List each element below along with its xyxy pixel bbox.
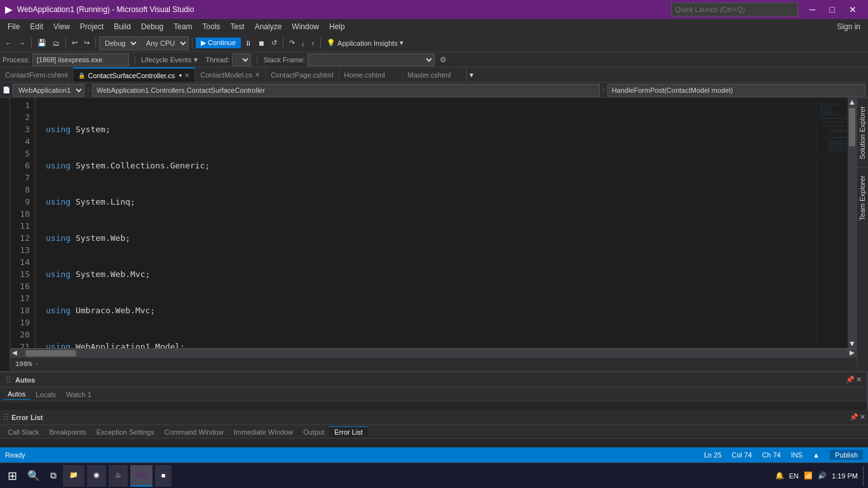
code-editor[interactable]: 1 2 3 4 ●5 6 7 8 9 10 ●11 12 ●13 14 15 1… — [10, 98, 857, 371]
error-grip: ⠿ — [3, 412, 9, 423]
redo-btn[interactable]: ↪ — [81, 37, 92, 48]
start-btn[interactable]: ⊞ — [3, 466, 22, 485]
cpu-config-dropdown[interactable]: Any CPU — [140, 36, 189, 50]
team-explorer-tab[interactable]: Team Explorer — [857, 167, 868, 228]
pause-btn[interactable]: ⏸ — [242, 38, 254, 48]
scroll-up-btn[interactable]: ▲ — [850, 98, 855, 107]
error-pin-btn[interactable]: 📌 — [850, 413, 858, 421]
tab-locals[interactable]: Locals — [31, 390, 61, 400]
menu-project[interactable]: Project — [75, 21, 109, 32]
quick-launch-input[interactable] — [671, 3, 798, 17]
save-btn[interactable]: 💾 — [35, 37, 49, 48]
autos-controls: 📌 ✕ — [846, 376, 862, 384]
tab-home[interactable]: Home.cshtml — [339, 67, 403, 82]
code-content[interactable]: using System; using System.Collections.G… — [36, 98, 816, 348]
process-input[interactable] — [32, 53, 129, 66]
scroll-left-btn[interactable]: ◀ — [10, 349, 19, 357]
vertical-scrollbar[interactable]: ▲ ▼ — [848, 98, 857, 348]
debug-config-dropdown[interactable]: Debug — [99, 36, 139, 50]
menu-debug[interactable]: Debug — [136, 21, 168, 32]
code-line-4: using System.Web; — [46, 232, 816, 244]
tab-call-stack[interactable]: Call Stack — [3, 427, 44, 437]
menu-bar: File Edit View Project Build Debug Team … — [0, 19, 868, 34]
publish-btn[interactable]: Publish — [830, 450, 863, 460]
step-into-btn[interactable]: ↓ — [299, 38, 308, 48]
thread-dropdown[interactable] — [232, 53, 251, 66]
tab-error-list[interactable]: Error List — [329, 426, 368, 437]
maximize-btn[interactable]: □ — [824, 2, 841, 17]
tab-immediate-window[interactable]: Immediate Window — [229, 427, 299, 437]
code-area[interactable]: 1 2 3 4 ●5 6 7 8 9 10 ●11 12 ●13 14 15 1… — [10, 98, 857, 348]
menu-team[interactable]: Team — [168, 21, 197, 32]
tab-contactmodel[interactable]: ContactModel.cs ✕ — [195, 67, 266, 82]
task-view-btn[interactable]: ⧉ — [45, 468, 62, 484]
stop-btn[interactable]: ⏹ — [255, 38, 268, 48]
tab-output[interactable]: Output — [298, 427, 329, 437]
menu-tools[interactable]: Tools — [198, 21, 226, 32]
zoom-level: 100% — [15, 358, 32, 370]
stack-frame-dropdown[interactable] — [308, 53, 435, 66]
ai-insights-label[interactable]: 💡 Application Insights ▾ — [324, 37, 406, 48]
time-display: 1:19 PM — [832, 472, 858, 480]
show-desktop-btn[interactable] — [863, 466, 865, 486]
tab-close-btn[interactable]: ✕ — [255, 71, 260, 78]
scroll-right-btn[interactable]: ▶ — [848, 349, 857, 357]
save-all-btn[interactable]: 🗂 — [50, 38, 62, 48]
stack-settings-icon: ⚙ — [440, 55, 447, 64]
taskbar-app4[interactable]: ■ — [155, 465, 172, 487]
taskbar-file-explorer[interactable]: 📁 — [63, 465, 85, 487]
tab-master[interactable]: Master.cshtml — [403, 67, 466, 82]
autos-close-btn[interactable]: ✕ — [856, 376, 862, 384]
menu-file[interactable]: File — [3, 21, 25, 32]
tab-close-btn[interactable]: ✕ — [184, 72, 189, 79]
network-icon[interactable]: 📶 — [804, 471, 813, 480]
forward-btn[interactable]: → — [16, 38, 28, 48]
h-scroll-thumb[interactable] — [25, 350, 76, 356]
sign-in-link[interactable]: Sign in — [832, 21, 865, 32]
taskbar-steam[interactable]: ♨ — [109, 465, 128, 487]
tab-autos[interactable]: Autos — [3, 389, 31, 400]
error-close-btn[interactable]: ✕ — [860, 413, 865, 421]
tab-scroll-btn[interactable]: ▾ — [466, 67, 477, 82]
taskbar-chrome[interactable]: ◉ — [87, 465, 106, 487]
tab-command-window[interactable]: Command Window — [159, 427, 229, 437]
minimize-btn[interactable]: ─ — [803, 2, 822, 17]
menu-edit[interactable]: Edit — [25, 21, 48, 32]
volume-icon[interactable]: 🔊 — [818, 471, 827, 480]
continue-btn[interactable]: ▶ Continue — [196, 37, 241, 48]
menu-build[interactable]: Build — [109, 21, 136, 32]
back-btn[interactable]: ← — [3, 38, 15, 48]
project-dropdown[interactable]: WebApplication1 — [13, 84, 85, 97]
title-bar: ▶ WebApplication1 (Running) - Microsoft … — [0, 0, 868, 19]
tab-watch1[interactable]: Watch 1 — [61, 390, 97, 400]
search-btn[interactable]: 🔍 — [22, 467, 45, 484]
autos-pin-btn[interactable]: 📌 — [846, 376, 855, 384]
menu-window[interactable]: Window — [287, 21, 324, 32]
menu-view[interactable]: View — [48, 21, 75, 32]
restart-btn[interactable]: ↺ — [269, 37, 280, 48]
tab-contactpage[interactable]: ContactPage.cshtml — [266, 67, 339, 82]
notification-icon[interactable]: 🔔 — [775, 471, 784, 480]
horizontal-scrollbar[interactable]: ◀ ▶ — [10, 348, 857, 357]
menu-test[interactable]: Test — [226, 21, 250, 32]
debug-bar-sep2: | — [256, 55, 258, 64]
title-controls: ─ □ ✕ — [803, 2, 863, 17]
taskbar-vs[interactable]: VS — [130, 465, 153, 487]
menu-analyze[interactable]: Analyze — [250, 21, 287, 32]
step-over-btn[interactable]: ↷ — [287, 37, 297, 48]
undo-btn[interactable]: ↩ — [69, 37, 80, 48]
tab-contactform[interactable]: ContactForm.cshtml — [0, 67, 73, 82]
close-btn[interactable]: ✕ — [843, 2, 863, 17]
code-line-2: using System.Collections.Generic; — [46, 159, 816, 172]
menu-help[interactable]: Help — [324, 21, 350, 32]
tab-contactsurface[interactable]: 🔒 ContactSurfaceController.cs ● ✕ — [73, 67, 195, 82]
tab-breakpoints[interactable]: Breakpoints — [44, 427, 92, 437]
step-out-btn[interactable]: ↑ — [309, 38, 318, 48]
debug-bar-sep: | — [134, 55, 136, 64]
sep2 — [65, 37, 66, 49]
autos-content — [0, 402, 867, 410]
scroll-thumb[interactable] — [849, 108, 855, 146]
solution-explorer-tab[interactable]: Solution Explorer — [857, 98, 868, 167]
tab-exception-settings[interactable]: Exception Settings — [92, 427, 159, 437]
lang-icon[interactable]: EN — [789, 472, 799, 480]
